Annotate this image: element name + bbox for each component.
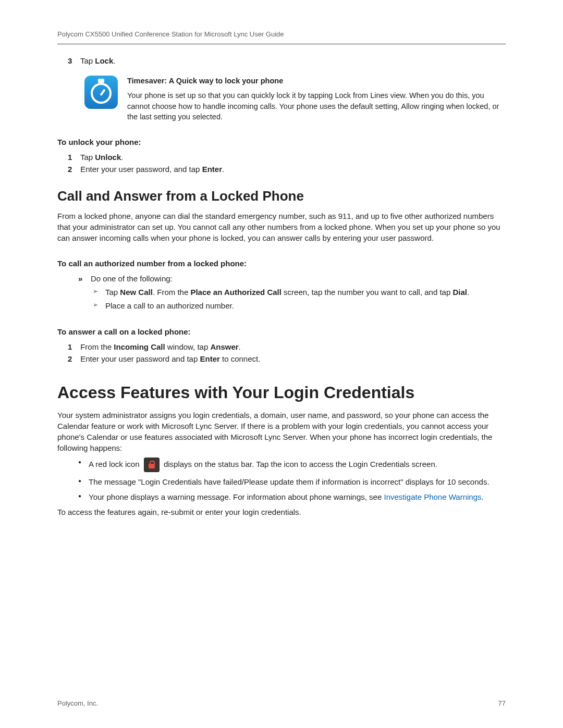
section-access-features-para: Your system administrator assigns you lo… — [57, 410, 506, 453]
unlock-heading: To unlock your phone: — [57, 138, 506, 146]
step-post: . — [222, 165, 224, 174]
step-number: 1 — [68, 342, 78, 351]
text: Your phone displays a warning message. F… — [89, 492, 384, 501]
page-footer: Polycom, Inc. 77 — [57, 699, 506, 707]
text: . — [482, 492, 484, 501]
do-one-item: Do one of the following: — [78, 274, 506, 283]
timesaver-text: Timesaver: A Quick way to lock your phon… — [127, 76, 506, 122]
text: . — [239, 342, 241, 351]
step-text-bold: Lock — [95, 56, 113, 65]
timesaver-body: Your phone is set up so that you can qui… — [127, 90, 506, 122]
text: . — [467, 288, 469, 297]
section-access-features-heading: Access Features with Your Login Credenti… — [57, 383, 506, 402]
step-text-pre: Tap — [80, 56, 95, 65]
step-number: 2 — [68, 354, 78, 363]
text: Tap — [105, 288, 120, 297]
text: screen, tap the number you want to call,… — [282, 288, 453, 297]
running-header: Polycom CX5500 Unified Conference Statio… — [57, 30, 506, 38]
answer-step-2: 2 Enter your user password and tap Enter… — [68, 354, 506, 363]
answer-call-heading: To answer a call on a locked phone: — [57, 327, 506, 336]
step-bold: Unlock — [95, 153, 121, 162]
text: A red lock icon — [89, 460, 142, 468]
bullet-warning: Your phone displays a warning message. F… — [78, 491, 506, 502]
step-3-line: 3 Tap Lock. — [68, 56, 506, 65]
text: From the — [80, 342, 114, 351]
footer-company: Polycom, Inc. — [57, 699, 98, 707]
bullet-red-lock: A red lock icon displays on the status b… — [78, 458, 506, 472]
answer-step-1: 1 From the Incoming Call window, tap Ans… — [68, 342, 506, 351]
tri-item-1: Tap New Call. From the Place an Authoriz… — [93, 287, 506, 298]
stopwatch-icon — [84, 76, 118, 109]
timesaver-block: Timesaver: A Quick way to lock your phon… — [84, 76, 506, 122]
step-text-post: . — [113, 56, 115, 65]
bold: Answer — [210, 342, 238, 351]
section-call-answer-heading: Call and Answer from a Locked Phone — [57, 188, 506, 204]
footer-page-number: 77 — [498, 699, 506, 707]
section-call-answer-para: From a locked phone, anyone can dial the… — [57, 211, 506, 243]
closing-line: To access the features again, re-submit … — [57, 507, 506, 517]
step-pre: Tap — [80, 153, 95, 162]
red-lock-icon — [144, 458, 160, 472]
unlock-step-1: 1 Tap Unlock. — [68, 153, 506, 162]
bold: New Call — [120, 288, 153, 297]
bullet-message: The message "Login Credentials have fail… — [78, 476, 506, 487]
bold: Enter — [200, 354, 219, 363]
timesaver-title: Timesaver: A Quick way to lock your phon… — [127, 76, 506, 86]
step-bold: Enter — [202, 165, 222, 174]
investigate-warnings-link[interactable]: Investigate Phone Warnings — [384, 492, 481, 501]
step-pre: Enter your user password, and tap — [80, 165, 202, 174]
unlock-step-2: 2 Enter your user password, and tap Ente… — [68, 165, 506, 174]
header-rule — [57, 43, 506, 45]
call-authorized-heading: To call an authorized number from a lock… — [57, 259, 506, 268]
step-post: . — [121, 153, 123, 162]
text: . From the — [153, 288, 191, 297]
step-number: 1 — [68, 153, 78, 162]
text: window, tap — [165, 342, 211, 351]
bold: Dial — [452, 288, 467, 297]
text: to connect. — [220, 354, 261, 363]
text: Enter your user password and tap — [80, 354, 200, 363]
step-number: 3 — [68, 56, 78, 65]
tri-item-2: Place a call to an authorized number. — [93, 301, 506, 311]
step-number: 2 — [68, 165, 78, 174]
bold: Place an Authorized Call — [190, 288, 282, 297]
text: displays on the status bar. Tap the icon… — [164, 460, 437, 468]
bold: Incoming Call — [114, 342, 165, 351]
